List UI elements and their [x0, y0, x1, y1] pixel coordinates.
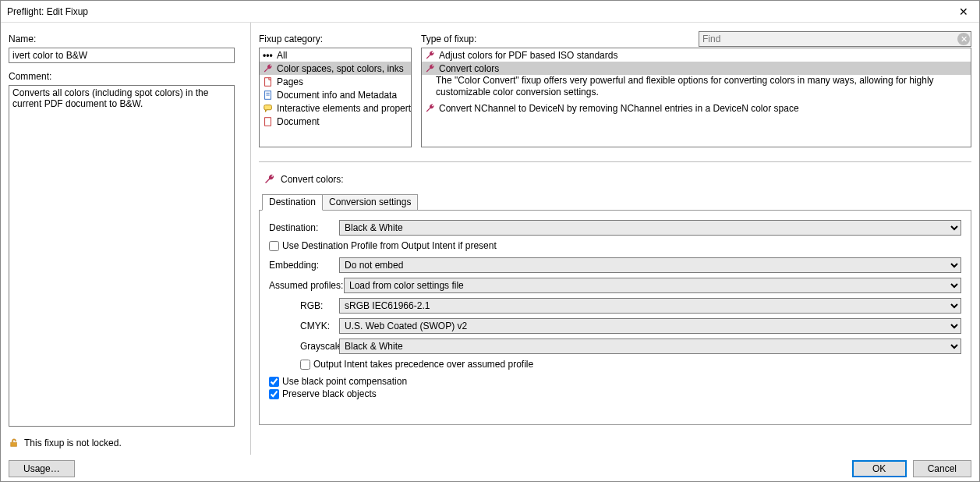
titlebar: Preflight: Edit Fixup ✕	[1, 1, 979, 23]
usage-button[interactable]: Usage…	[9, 460, 75, 477]
category-item-document[interactable]: Document	[260, 115, 411, 128]
output-intent-checkbox[interactable]	[300, 360, 310, 370]
wrench-icon	[425, 50, 436, 61]
name-label: Name:	[9, 34, 242, 44]
use-dest-profile-label: Use Destination Profile from Output Inte…	[282, 240, 497, 251]
rgb-select[interactable]: sRGB IEC61966-2.1	[339, 298, 961, 314]
fixup-item-convert-colors[interactable]: Convert colors	[422, 62, 971, 75]
fixup-description: The "Color Convert" fixup offers very po…	[422, 75, 971, 101]
find-input[interactable]	[699, 31, 971, 47]
tab-destination[interactable]: Destination	[262, 194, 323, 211]
right-panel: Fixup category: ••• All Color spaces, sp…	[251, 23, 979, 455]
category-label: Fixup category:	[259, 34, 412, 44]
bpc-label: Use black point compensation	[282, 376, 407, 387]
destination-select[interactable]: Black & White	[339, 220, 961, 236]
wrench-icon	[425, 103, 436, 114]
category-item-all[interactable]: ••• All	[260, 48, 411, 62]
grayscale-select[interactable]: Black & White	[339, 338, 961, 354]
document-icon	[263, 116, 274, 127]
grayscale-label: Grayscale:	[269, 341, 339, 352]
fixup-type-label: Type of fixup:	[421, 34, 476, 44]
bpc-checkbox[interactable]	[269, 377, 279, 387]
assumed-profiles-select[interactable]: Load from color settings file	[344, 278, 961, 293]
bubble-icon	[263, 103, 274, 114]
unlock-icon	[9, 438, 19, 448]
tab-conversion-settings[interactable]: Conversion settings	[322, 194, 418, 211]
destination-label: Destination:	[269, 222, 339, 233]
comment-label: Comment:	[9, 71, 242, 82]
preserve-black-label: Preserve black objects	[282, 388, 377, 399]
comment-textarea[interactable]: Converts all colors (including spot colo…	[9, 85, 235, 427]
wrench-icon	[263, 63, 274, 74]
fixup-listbox[interactable]: Adjust colors for PDF based ISO standard…	[421, 48, 971, 147]
svg-rect-5	[265, 117, 271, 126]
output-intent-label: Output Intent takes precedence over assu…	[313, 359, 533, 370]
rgb-label: RGB:	[269, 300, 339, 311]
wrench-icon	[264, 173, 276, 186]
close-button[interactable]: ✕	[948, 1, 979, 23]
lock-status-text: This fixup is not locked.	[24, 438, 122, 448]
category-item-meta[interactable]: Document info and Metadata	[260, 88, 411, 101]
preserve-black-checkbox[interactable]	[269, 389, 279, 399]
category-item-interactive[interactable]: Interactive elements and properties	[260, 101, 411, 115]
window-title: Preflight: Edit Fixup	[7, 6, 88, 17]
assumed-profiles-label: Assumed profiles:	[269, 280, 344, 291]
destination-panel: Destination: Black & White Use Destinati…	[259, 210, 971, 425]
clear-find-icon[interactable]: ✕	[957, 33, 970, 45]
left-panel: Name: Comment: Converts all colors (incl…	[1, 23, 251, 455]
name-input[interactable]	[9, 48, 235, 63]
cmyk-select[interactable]: U.S. Web Coated (SWOP) v2	[339, 318, 961, 334]
page-icon	[263, 76, 274, 87]
embedding-select[interactable]: Do not embed	[339, 257, 961, 273]
use-dest-profile-checkbox[interactable]	[269, 241, 279, 251]
embedding-label: Embedding:	[269, 260, 339, 271]
footer: Usage… OK Cancel	[1, 455, 979, 482]
cancel-button[interactable]: Cancel	[913, 460, 971, 477]
category-item-pages[interactable]: Pages	[260, 75, 411, 88]
cmyk-label: CMYK:	[269, 321, 339, 331]
wrench-icon	[425, 63, 436, 74]
svg-rect-0	[265, 77, 271, 86]
fixup-item[interactable]: Convert NChannel to DeviceN by removing …	[422, 101, 971, 115]
current-fixup-title: Convert colors:	[281, 174, 344, 185]
fixup-item[interactable]: Adjust colors for PDF based ISO standard…	[422, 48, 971, 62]
ok-button[interactable]: OK	[852, 460, 907, 477]
svg-rect-4	[264, 105, 272, 109]
dots-icon: •••	[263, 50, 274, 61]
document-icon	[263, 90, 274, 101]
category-item-colors[interactable]: Color spaces, spot colors, inks	[260, 62, 411, 75]
category-listbox[interactable]: ••• All Color spaces, spot colors, inks …	[259, 48, 412, 147]
